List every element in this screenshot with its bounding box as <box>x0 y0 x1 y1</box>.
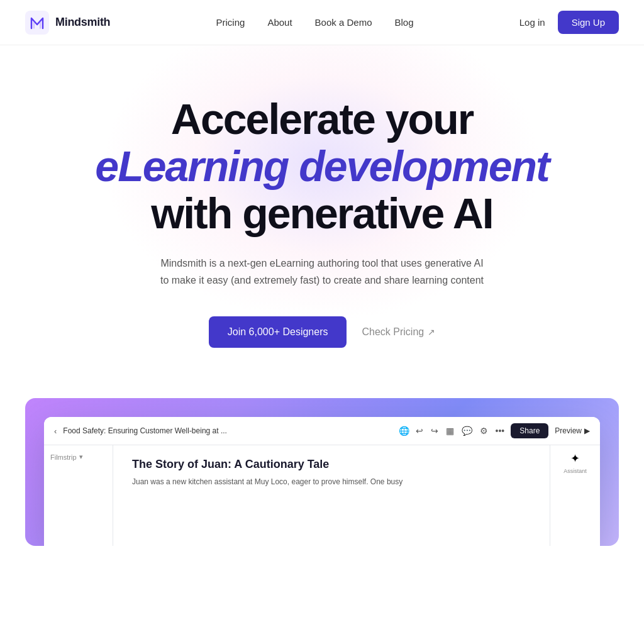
app-slide-content: The Story of Juan: A Cautionary Tale Jua… <box>113 445 550 546</box>
navbar: Mindsmith Pricing About Book a Demo Blog… <box>0 0 644 45</box>
app-toolbar: ‹ Food Safety: Ensuring Customer Well-be… <box>44 417 600 445</box>
signup-button[interactable]: Sign Up <box>558 11 619 34</box>
hero-title-line2: eLearning development <box>25 143 619 190</box>
comment-icon[interactable]: 💬 <box>462 426 472 436</box>
preview-button[interactable]: Preview ▶ <box>555 426 590 435</box>
nav-demo[interactable]: Book a Demo <box>315 17 372 28</box>
svg-rect-0 <box>25 11 49 35</box>
hero-title: Accelerate your eLearning development wi… <box>25 96 619 236</box>
cta-primary-button[interactable]: Join 6,000+ Designers <box>209 316 347 348</box>
filmstrip-label: Filmstrip ▾ <box>50 453 106 461</box>
app-sidebar: Filmstrip ▾ <box>44 445 113 546</box>
back-chevron-icon: ‹ <box>54 426 57 436</box>
hero-title-line3: with generative AI <box>151 189 492 237</box>
cta-secondary-button[interactable]: Check Pricing ↗ <box>362 326 435 338</box>
logo-icon <box>25 11 49 35</box>
filmstrip-chevron-icon: ▾ <box>79 453 83 461</box>
preview-arrow-icon: ▶ <box>584 426 590 435</box>
cta-secondary-label: Check Pricing <box>362 326 424 338</box>
preview-label: Preview <box>555 426 582 435</box>
assistant-icon: ✦ <box>570 452 580 465</box>
undo-icon[interactable]: ↩ <box>416 426 423 436</box>
login-button[interactable]: Log in <box>519 17 545 28</box>
nav-about[interactable]: About <box>267 17 292 28</box>
more-icon[interactable]: ••• <box>496 426 505 436</box>
slide-body-text: Juan was a new kitchen assistant at Muy … <box>132 476 531 488</box>
assistant-label: Assistant <box>564 468 587 474</box>
logo-text: Mindsmith <box>55 16 110 29</box>
hero-cta-group: Join 6,000+ Designers Check Pricing ↗ <box>25 316 619 348</box>
hero-title-line1: Accelerate your <box>171 95 473 143</box>
toolbar-document-title: Food Safety: Ensuring Customer Well-bein… <box>63 426 392 435</box>
settings-icon[interactable]: ⚙ <box>480 426 488 436</box>
redo-icon[interactable]: ↪ <box>431 426 438 436</box>
globe-icon: 🌐 <box>399 426 409 436</box>
app-body: Filmstrip ▾ The Story of Juan: A Caution… <box>44 445 600 546</box>
arrow-icon: ↗ <box>428 327 435 337</box>
filmstrip-text: Filmstrip <box>50 453 77 461</box>
nav-pricing[interactable]: Pricing <box>216 17 245 28</box>
hero-section: Accelerate your eLearning development wi… <box>0 45 644 386</box>
logo-link[interactable]: Mindsmith <box>25 11 110 35</box>
chart-icon[interactable]: ▦ <box>446 426 454 436</box>
toolbar-back-button[interactable]: ‹ <box>54 426 57 436</box>
nav-blog[interactable]: Blog <box>394 17 413 28</box>
slide-title: The Story of Juan: A Cautionary Tale <box>132 458 531 471</box>
nav-links: Pricing About Book a Demo Blog <box>216 17 414 28</box>
screenshot-section: ‹ Food Safety: Ensuring Customer Well-be… <box>0 398 644 546</box>
hero-description: Mindsmith is a next-gen eLearning author… <box>158 255 486 289</box>
app-window: ‹ Food Safety: Ensuring Customer Well-be… <box>44 417 600 546</box>
share-button[interactable]: Share <box>511 423 548 438</box>
assistant-panel: ✦ Assistant <box>550 445 600 546</box>
screenshot-wrapper: ‹ Food Safety: Ensuring Customer Well-be… <box>25 398 619 546</box>
nav-actions: Log in Sign Up <box>519 11 619 34</box>
toolbar-action-icons: ↩ ↪ ▦ 💬 ⚙ ••• <box>416 426 505 436</box>
